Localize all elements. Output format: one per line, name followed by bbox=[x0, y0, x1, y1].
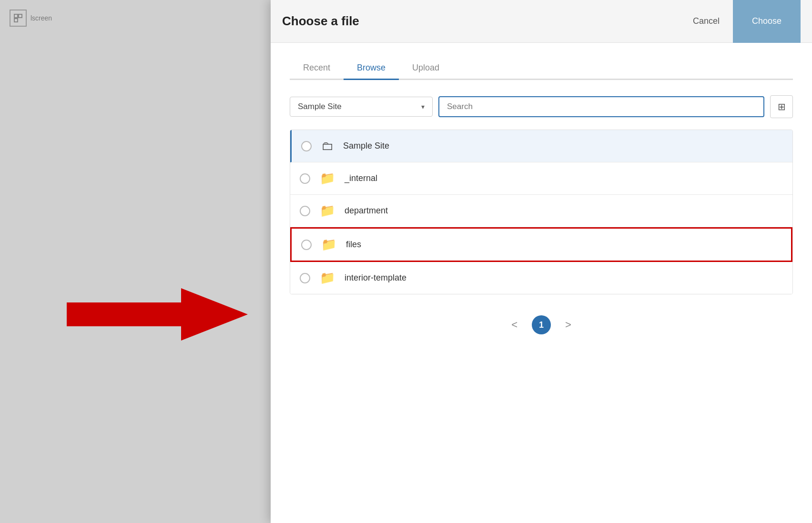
folder-icon-interior-template: 📁 bbox=[320, 271, 335, 285]
prev-page-button[interactable]: < bbox=[507, 317, 522, 333]
site-dropdown[interactable]: Sample Site ▾ bbox=[290, 97, 433, 117]
current-page-indicator: 1 bbox=[532, 315, 551, 334]
folder-icon-files: 📁 bbox=[321, 237, 336, 252]
file-name-interior-template: interior-template bbox=[345, 273, 406, 283]
file-name-files: files bbox=[346, 240, 361, 250]
radio-department[interactable] bbox=[300, 206, 310, 216]
tab-browse[interactable]: Browse bbox=[344, 57, 399, 80]
red-arrow bbox=[67, 286, 248, 343]
file-list: 🗀 Sample Site 📁 _internal 📁 department 📁… bbox=[290, 130, 793, 294]
svg-marker-3 bbox=[67, 288, 248, 341]
pagination: < 1 > bbox=[290, 315, 793, 334]
folder-icon-internal: 📁 bbox=[320, 171, 335, 186]
svg-rect-1 bbox=[19, 14, 22, 18]
file-item-files[interactable]: 📁 files bbox=[290, 227, 792, 262]
file-item-interior-template[interactable]: 📁 interior-template bbox=[290, 262, 792, 294]
radio-interior-template[interactable] bbox=[300, 273, 310, 283]
screen-label: lscreen bbox=[30, 14, 52, 22]
dialog-title: Choose a file bbox=[282, 14, 683, 29]
file-name-sample-site: Sample Site bbox=[343, 141, 389, 151]
file-name-internal: _internal bbox=[345, 173, 377, 183]
svg-rect-2 bbox=[14, 19, 18, 22]
radio-sample-site[interactable] bbox=[301, 141, 312, 151]
file-item-internal[interactable]: 📁 _internal bbox=[290, 162, 792, 195]
expand-icon bbox=[10, 10, 27, 27]
next-page-button[interactable]: > bbox=[560, 317, 576, 333]
background-app: lscreen bbox=[0, 0, 272, 523]
site-folder-icon: 🗀 bbox=[321, 139, 334, 153]
site-dropdown-value: Sample Site bbox=[298, 102, 342, 111]
search-input[interactable] bbox=[438, 96, 764, 117]
grid-view-button[interactable]: ⊞ bbox=[770, 95, 793, 118]
tab-upload[interactable]: Upload bbox=[399, 57, 453, 80]
radio-internal[interactable] bbox=[300, 173, 310, 184]
choose-file-dialog: Choose a file Cancel Choose Recent Brows… bbox=[271, 0, 812, 523]
search-row: Sample Site ▾ ⊞ bbox=[290, 95, 793, 118]
chevron-down-icon: ▾ bbox=[421, 103, 425, 111]
tab-bar: Recent Browse Upload bbox=[290, 57, 793, 80]
file-name-department: department bbox=[345, 206, 388, 216]
folder-icon-department: 📁 bbox=[320, 203, 335, 218]
svg-rect-0 bbox=[14, 14, 18, 18]
choose-button[interactable]: Choose bbox=[733, 0, 801, 43]
tab-recent[interactable]: Recent bbox=[290, 57, 344, 80]
dialog-body: Recent Browse Upload Sample Site ▾ ⊞ 🗀 S… bbox=[271, 43, 812, 523]
file-item-sample-site[interactable]: 🗀 Sample Site bbox=[290, 130, 792, 162]
file-item-department[interactable]: 📁 department bbox=[290, 195, 792, 227]
radio-files[interactable] bbox=[301, 240, 312, 250]
cancel-button[interactable]: Cancel bbox=[683, 12, 729, 30]
dialog-header: Choose a file Cancel Choose bbox=[271, 0, 812, 43]
